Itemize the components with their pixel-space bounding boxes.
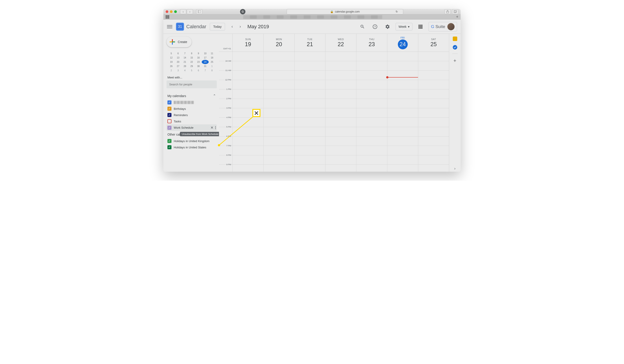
calendar-options-button[interactable] [215,126,216,129]
time-slot[interactable] [294,136,325,146]
time-slot[interactable] [387,127,418,136]
calendar-item[interactable]: Holidays in United Kingdom [167,138,217,144]
time-slot[interactable] [387,146,418,155]
mini-cal-day[interactable]: 11 [209,51,215,55]
time-slot[interactable] [263,80,294,89]
day-header[interactable]: WED22 [325,34,356,52]
time-slot[interactable] [356,61,387,70]
calendar-checkbox[interactable] [167,145,171,149]
mini-calendar[interactable]: 5678910111213141516171819202122232425262… [168,51,215,73]
mini-cal-day[interactable]: 13 [175,55,181,60]
time-slot[interactable] [418,99,449,108]
google-apps-button[interactable] [416,22,425,31]
window-traffic-lights[interactable] [166,10,177,13]
time-slot[interactable] [325,127,356,136]
time-slot[interactable] [418,118,449,127]
time-slot[interactable] [294,89,325,99]
new-tab-button[interactable]: + [456,15,458,19]
day-header[interactable]: SAT25 [418,34,449,52]
help-button[interactable]: ? [370,22,379,31]
add-addon-button[interactable]: + [453,58,456,64]
calendar-checkbox[interactable] [167,101,171,104]
mini-cal-day[interactable]: 29 [188,64,195,68]
time-slot[interactable] [325,71,356,80]
time-slot[interactable] [294,108,325,117]
mini-cal-day[interactable]: 12 [168,55,175,60]
time-slot[interactable] [387,80,418,89]
calendar-checkbox[interactable] [167,107,171,111]
time-slot[interactable] [356,136,387,146]
time-slot[interactable] [294,52,325,61]
time-slot[interactable] [233,80,263,89]
calendar-checkbox[interactable] [167,139,171,143]
time-slot[interactable] [294,146,325,155]
mini-cal-day[interactable]: 3 [175,68,181,73]
time-slot[interactable] [387,108,418,117]
calendar-checkbox[interactable] [167,119,171,123]
time-slot[interactable] [356,118,387,127]
calendar-item[interactable]: Birthdays [167,105,217,112]
time-slot[interactable] [263,127,294,136]
keep-icon[interactable] [453,37,457,41]
tasks-icon[interactable] [453,45,457,50]
mini-cal-day[interactable]: 27 [175,64,181,68]
time-slot[interactable] [387,52,418,61]
time-slot[interactable] [418,127,449,136]
time-slot[interactable] [356,52,387,61]
time-slot[interactable] [356,80,387,89]
time-slot[interactable] [294,80,325,89]
next-period-button[interactable]: › [237,23,244,30]
time-slot[interactable] [325,89,356,99]
time-slot[interactable] [325,146,356,155]
calendar-checkbox[interactable] [167,113,171,117]
mini-cal-day[interactable]: 9 [195,51,202,55]
day-header[interactable]: THU23 [356,34,387,52]
time-slot[interactable] [233,89,263,99]
time-slot[interactable] [356,165,387,172]
time-slot[interactable] [263,118,294,127]
time-slot[interactable] [294,118,325,127]
day-header[interactable]: TUE21 [294,34,325,52]
mini-cal-day[interactable]: 23 [195,60,202,64]
time-slot[interactable] [387,165,418,172]
time-slot[interactable] [294,165,325,172]
time-slot[interactable] [325,165,356,172]
calendar-checkbox[interactable] [167,126,171,130]
time-slot[interactable] [233,99,263,108]
time-slot[interactable] [356,89,387,99]
share-button[interactable] [444,9,451,14]
mini-cal-day[interactable]: 24 [202,60,208,64]
today-button[interactable]: Today [210,23,225,30]
time-slot[interactable] [418,108,449,117]
time-slot[interactable] [418,52,449,61]
time-slot[interactable] [263,99,294,108]
time-slot[interactable] [325,52,356,61]
time-slot[interactable] [233,71,263,80]
time-slot[interactable] [294,61,325,70]
time-slot[interactable] [294,155,325,164]
time-slot[interactable] [263,155,294,164]
time-slot[interactable] [263,165,294,172]
time-slot[interactable] [263,136,294,146]
mini-cal-day[interactable]: 7 [182,51,188,55]
time-slot[interactable] [233,61,263,70]
time-slot[interactable] [325,136,356,146]
day-header[interactable]: SUN19 [233,34,263,52]
time-slot[interactable] [356,146,387,155]
mini-cal-day[interactable]: 1 [209,64,215,68]
day-header[interactable]: MON20 [263,34,294,52]
time-slot[interactable] [325,61,356,70]
mini-cal-day[interactable]: 26 [168,64,175,68]
close-window-icon[interactable] [166,10,168,13]
time-slot[interactable] [356,99,387,108]
browser-forward-button[interactable]: › [187,9,193,14]
search-button[interactable] [358,22,367,31]
mini-cal-day[interactable]: 5 [168,51,175,55]
calendar-item[interactable]: Holidays in United States [167,144,217,150]
mini-cal-day[interactable]: 8 [188,51,195,55]
mini-cal-day[interactable]: 16 [195,55,202,60]
mini-cal-day[interactable]: 4 [182,68,188,73]
calendar-item[interactable]: Reminders [167,112,217,118]
time-slot[interactable] [387,136,418,146]
time-slot[interactable] [387,61,418,70]
